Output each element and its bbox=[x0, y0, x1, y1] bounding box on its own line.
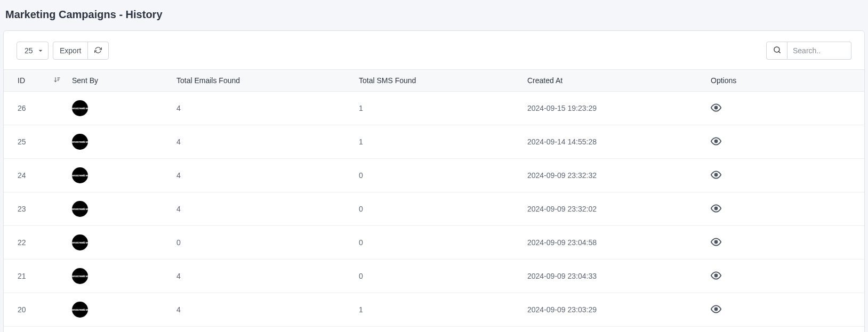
content-card: 25 Export bbox=[3, 30, 865, 332]
cell-total-emails: 4 bbox=[170, 92, 352, 125]
cell-total-sms: 0 bbox=[352, 260, 521, 293]
view-button[interactable] bbox=[711, 136, 721, 148]
th-sent-by[interactable]: Sent By bbox=[66, 70, 170, 92]
svg-point-8 bbox=[715, 173, 718, 176]
cell-sent-by: tenzcreati.ve bbox=[66, 159, 170, 192]
th-total-sms[interactable]: Total SMS Found bbox=[352, 70, 521, 92]
toolbar: 25 Export bbox=[4, 31, 864, 69]
refresh-button[interactable] bbox=[87, 42, 109, 60]
th-id-label: ID bbox=[18, 76, 25, 85]
cell-created-at: 2024-09-15 19:23:29 bbox=[521, 92, 704, 125]
avatar: tenzcreati.ve bbox=[72, 167, 88, 183]
table-row: 24 tenzcreati.ve 4 0 2024-09-09 23:32:32 bbox=[4, 159, 864, 192]
eye-icon bbox=[711, 102, 721, 115]
svg-line-1 bbox=[778, 51, 780, 53]
cell-id: 19 bbox=[4, 327, 66, 333]
button-group: Export bbox=[53, 42, 109, 60]
cell-total-sms: 0 bbox=[352, 226, 521, 260]
table-header-row: ID Sent By Total Emails Found Total SMS … bbox=[4, 70, 864, 92]
cell-total-sms: 1 bbox=[352, 92, 521, 125]
avatar: tenzcreati.ve bbox=[72, 302, 88, 318]
cell-id: 20 bbox=[4, 293, 66, 327]
avatar: tenzcreati.ve bbox=[72, 234, 88, 250]
avatar: tenzcreati.ve bbox=[72, 134, 88, 150]
cell-created-at: 2024-09-09 23:04:33 bbox=[521, 260, 704, 293]
cell-id: 24 bbox=[4, 159, 66, 192]
svg-point-10 bbox=[715, 240, 718, 243]
eye-icon bbox=[711, 136, 721, 148]
svg-point-12 bbox=[715, 307, 718, 310]
page-title: Marketing Campaigns - History bbox=[5, 9, 863, 21]
cell-options bbox=[704, 92, 864, 125]
svg-point-9 bbox=[715, 207, 718, 209]
cell-total-sms: 0 bbox=[352, 159, 521, 192]
cell-created-at: 2024-09-09 23:32:02 bbox=[521, 192, 704, 226]
cell-options bbox=[704, 327, 864, 333]
eye-icon bbox=[711, 237, 721, 249]
search-button[interactable] bbox=[766, 42, 787, 60]
avatar: tenzcreati.ve bbox=[72, 100, 88, 116]
eye-icon bbox=[711, 169, 721, 182]
cell-total-sms: 0 bbox=[352, 327, 521, 333]
cell-sent-by: tenzcreati.ve bbox=[66, 226, 170, 260]
avatar: tenzcreati.ve bbox=[72, 201, 88, 217]
view-button[interactable] bbox=[711, 102, 721, 115]
cell-total-emails: 4 bbox=[170, 293, 352, 327]
toolbar-left: 25 Export bbox=[17, 42, 109, 60]
cell-options bbox=[704, 159, 864, 192]
cell-id: 26 bbox=[4, 92, 66, 125]
eye-icon bbox=[711, 304, 721, 316]
svg-point-6 bbox=[715, 106, 718, 109]
cell-total-emails: 4 bbox=[170, 260, 352, 293]
cell-sent-by: tenzcreati.ve bbox=[66, 260, 170, 293]
page-header: Marketing Campaigns - History bbox=[0, 0, 868, 30]
eye-icon bbox=[711, 270, 721, 282]
table-row: 23 tenzcreati.ve 4 0 2024-09-09 23:32:02 bbox=[4, 192, 864, 226]
view-button[interactable] bbox=[711, 270, 721, 282]
campaigns-table: ID Sent By Total Emails Found Total SMS … bbox=[4, 69, 864, 332]
table-wrap: ID Sent By Total Emails Found Total SMS … bbox=[4, 69, 864, 332]
cell-total-emails: 4 bbox=[170, 125, 352, 159]
cell-sent-by: tenzcreati.ve bbox=[66, 327, 170, 333]
cell-sent-by: tenzcreati.ve bbox=[66, 125, 170, 159]
cell-sent-by: tenzcreati.ve bbox=[66, 192, 170, 226]
cell-created-at: 2024-09-09 23:04:58 bbox=[521, 226, 704, 260]
cell-options bbox=[704, 260, 864, 293]
avatar: tenzcreati.ve bbox=[72, 268, 88, 284]
cell-options bbox=[704, 293, 864, 327]
cell-total-sms: 1 bbox=[352, 125, 521, 159]
export-button[interactable]: Export bbox=[53, 42, 88, 60]
table-row: 22 tenzcreati.ve 0 0 2024-09-09 23:04:58 bbox=[4, 226, 864, 260]
cell-total-sms: 0 bbox=[352, 192, 521, 226]
cell-created-at: 2024-09-09 23:03:29 bbox=[521, 293, 704, 327]
th-id[interactable]: ID bbox=[4, 70, 66, 92]
search-icon bbox=[773, 46, 781, 55]
view-button[interactable] bbox=[711, 304, 721, 316]
cell-options bbox=[704, 226, 864, 260]
page-size-select[interactable]: 25 bbox=[17, 42, 49, 60]
th-total-emails[interactable]: Total Emails Found bbox=[170, 70, 352, 92]
cell-total-sms: 1 bbox=[352, 293, 521, 327]
th-created-at[interactable]: Created At bbox=[521, 70, 704, 92]
cell-total-emails: 4 bbox=[170, 192, 352, 226]
sort-desc-icon bbox=[54, 76, 60, 85]
view-button[interactable] bbox=[711, 237, 721, 249]
cell-options bbox=[704, 192, 864, 226]
cell-id: 25 bbox=[4, 125, 66, 159]
view-button[interactable] bbox=[711, 203, 721, 215]
cell-id: 21 bbox=[4, 260, 66, 293]
cell-created-at: 2024-09-14 14:55:28 bbox=[521, 125, 704, 159]
cell-created-at: 2024-09-09 23:32:32 bbox=[521, 159, 704, 192]
cell-created-at: 2024-09-09 22:55:12 bbox=[521, 327, 704, 333]
search-wrap bbox=[766, 42, 851, 60]
cell-total-emails: 0 bbox=[170, 226, 352, 260]
th-options: Options bbox=[704, 70, 864, 92]
table-row: 21 tenzcreati.ve 4 0 2024-09-09 23:04:33 bbox=[4, 260, 864, 293]
refresh-icon bbox=[94, 46, 102, 55]
table-row: 19 tenzcreati.ve 0 0 2024-09-09 22:55:12 bbox=[4, 327, 864, 333]
cell-sent-by: tenzcreati.ve bbox=[66, 92, 170, 125]
cell-total-emails: 4 bbox=[170, 159, 352, 192]
view-button[interactable] bbox=[711, 169, 721, 182]
cell-total-emails: 0 bbox=[170, 327, 352, 333]
search-input[interactable] bbox=[787, 42, 851, 60]
